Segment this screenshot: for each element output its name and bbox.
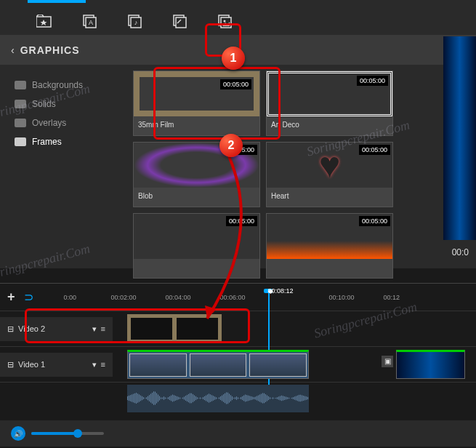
graphics-grid: 00:05:0035mm Film 00:05:00Art Deco 00:05…	[127, 65, 476, 268]
preview-timecode: 00:0	[452, 247, 469, 257]
clip-35mm-frame[interactable]	[127, 314, 222, 343]
folder-icon	[15, 81, 26, 89]
sidebar-item-backgrounds[interactable]: Backgrounds	[7, 76, 120, 95]
preview-pane	[443, 36, 476, 240]
volume-icon[interactable]: 🔊	[11, 426, 25, 441]
timeline-toolbar: + ⊃ 0:00 00:02:00 00:04:00 00:06:00 00:1…	[0, 283, 476, 311]
clip-video-blue[interactable]	[396, 350, 465, 379]
sidebar-item-solids[interactable]: Solids	[7, 95, 120, 113]
transition-icon[interactable]: ▣	[382, 356, 393, 367]
playhead[interactable]: ◆ ✂ 00:08:12	[264, 289, 273, 293]
graphic-item-artdeco[interactable]: 00:05:00Art Deco	[266, 71, 393, 136]
audio-tab-icon[interactable]: ♪	[126, 13, 142, 29]
video-track-icon: ⊟	[7, 360, 14, 369]
media-toolbar: A ♪	[0, 7, 476, 35]
svg-text:♪: ♪	[134, 19, 138, 26]
track-audio	[0, 382, 476, 417]
annotation-callout-1: 1	[222, 47, 245, 70]
svg-point-12	[224, 20, 226, 23]
sidebar-item-frames[interactable]: Frames	[7, 132, 120, 151]
timeline-ruler[interactable]: 0:00 00:02:00 00:04:00 00:06:00 00:10:00…	[42, 290, 469, 305]
folder-open-icon	[15, 137, 26, 146]
folder-icon	[15, 119, 26, 127]
bottom-bar: 🔊	[0, 420, 476, 447]
track-video-2: ⊟ Video 2 ▾ ≡	[0, 311, 476, 346]
panel-title: GRAPHICS	[20, 44, 80, 56]
video-track-icon: ⊟	[7, 324, 14, 334]
svg-marker-1	[41, 20, 47, 25]
overlay-tab-icon[interactable]	[172, 13, 187, 29]
favorites-tab-icon[interactable]	[36, 13, 52, 29]
add-track-button[interactable]: +	[7, 289, 15, 305]
back-icon[interactable]: ‹	[11, 44, 15, 56]
volume-slider[interactable]	[31, 432, 104, 435]
track-menu-icon[interactable]: ≡	[101, 360, 105, 369]
track-menu-icon[interactable]: ≡	[101, 324, 105, 333]
graphic-item-blob[interactable]: 00:05:00Blob	[133, 142, 260, 207]
clip-audio[interactable]	[127, 385, 309, 412]
graphic-item-heart[interactable]: 00:05:00Heart	[266, 142, 393, 207]
graphic-item-5[interactable]: 00:05:00	[133, 213, 260, 279]
graphic-item-6[interactable]: 00:05:00	[266, 213, 393, 279]
annotation-callout-2: 2	[219, 134, 243, 157]
snap-toggle-icon[interactable]: ⊃	[24, 290, 33, 304]
category-sidebar: Backgrounds Solids Overlays Frames	[0, 65, 127, 268]
track-header[interactable]: ⊟ Video 2 ▾ ≡	[0, 317, 113, 341]
graphic-item-35mm[interactable]: 00:05:0035mm Film	[133, 71, 260, 136]
track-header[interactable]: ⊟ Video 1 ▾ ≡	[0, 353, 113, 377]
text-tab-icon[interactable]: A	[81, 13, 97, 29]
folder-icon	[15, 100, 26, 108]
graphics-tab-icon[interactable]	[217, 13, 233, 29]
clip-video-car[interactable]	[127, 350, 309, 379]
sidebar-item-overlays[interactable]: Overlays	[7, 113, 120, 132]
chevron-down-icon[interactable]: ▾	[92, 324, 97, 334]
track-video-1: ⊟ Video 1 ▾ ≡ ▣	[0, 346, 476, 382]
chevron-down-icon[interactable]: ▾	[92, 360, 97, 369]
svg-text:A: A	[89, 19, 93, 26]
